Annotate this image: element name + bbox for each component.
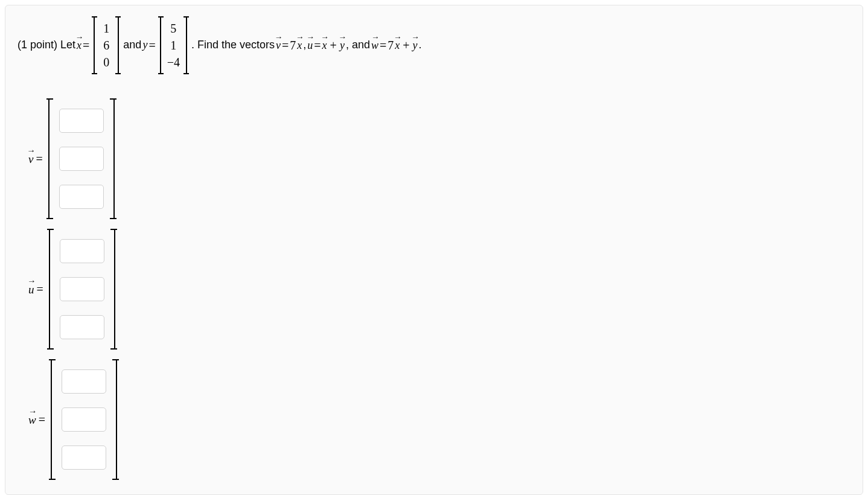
y-symbol-1: y [340,38,345,53]
bracket-right-icon [110,98,116,219]
vector-y-entry-2: 1 [170,38,176,53]
vector-x: 1 6 0 [92,16,121,74]
answer-w-row: w = [28,359,850,480]
answers-area: v = u = [18,98,850,480]
vector-y-entry-3: −4 [167,55,180,69]
answer-v-vector [46,98,116,219]
problem-panel: (1 point) Let x = 1 6 0 and y = 5 1 −4 .… [5,5,863,495]
and-word: , and [346,39,370,52]
equals-2: = [148,38,155,53]
x-symbol-1: x [297,38,302,53]
answer-v-input-2[interactable] [59,147,104,171]
equals-1: = [83,38,89,53]
q-find: . Find the vectors [191,39,275,52]
answer-u-label: u [28,282,34,296]
answer-w-equals: = [39,413,45,427]
answer-w-input-3[interactable] [62,446,106,470]
w-symbol: w [371,38,378,53]
answer-u-vector [47,229,117,350]
answer-u-row: u = [28,229,850,350]
x-symbol-3: x [395,38,400,53]
x-vector-symbol: x [77,38,81,53]
answer-u-input-1[interactable] [60,239,104,263]
y-var: y [142,39,147,52]
bracket-left-icon [47,229,54,350]
bracket-left-icon [92,16,97,74]
q-prefix: (1 point) Let [18,39,75,52]
q-and: and [123,39,141,52]
answer-v-label: v [28,152,33,166]
bracket-right-icon [183,16,189,74]
bracket-right-icon [112,359,119,480]
seven-1: 7 [290,38,296,53]
answer-v-row: v = [28,98,850,219]
bracket-right-icon [110,229,117,350]
answer-w-input-2[interactable] [62,407,106,432]
vector-y-entry-1: 5 [170,21,176,36]
v-symbol: v [276,38,281,53]
y-symbol-2: y [413,38,418,53]
bracket-left-icon [46,98,53,219]
answer-w-vector [49,359,119,480]
plus-2: + [403,38,409,53]
answer-u-input-3[interactable] [60,315,104,339]
bracket-right-icon [115,16,121,74]
answer-v-input-1[interactable] [59,109,104,133]
u-symbol: u [307,38,313,53]
vector-y: 5 1 −4 [158,16,189,74]
seven-2: 7 [388,38,394,53]
bracket-left-icon [49,359,56,480]
x-symbol-2: x [322,38,327,53]
answer-v-input-3[interactable] [59,185,104,209]
answer-v-equals: = [36,152,42,166]
plus-1: + [330,38,337,53]
answer-u-input-2[interactable] [60,277,104,301]
vector-x-entry-3: 0 [103,55,109,69]
equals-3: = [282,38,289,53]
vector-x-entry-1: 1 [103,21,109,36]
equals-4: = [314,38,321,53]
bracket-left-icon [158,16,164,74]
equals-5: = [380,38,386,53]
vector-x-entry-2: 6 [103,38,109,53]
answer-w-label: w [28,412,36,427]
question-text: (1 point) Let x = 1 6 0 and y = 5 1 −4 .… [18,16,850,74]
answer-u-equals: = [37,283,43,296]
answer-w-input-1[interactable] [62,369,106,394]
